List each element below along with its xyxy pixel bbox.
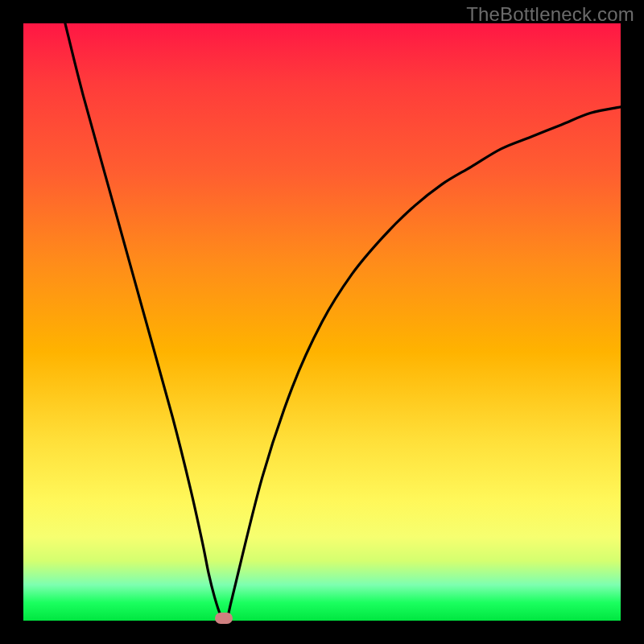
optimal-marker xyxy=(215,613,233,624)
curve-layer xyxy=(23,23,621,621)
plot-area xyxy=(23,23,621,621)
chart-frame: TheBottleneck.com xyxy=(0,0,644,644)
bottleneck-curve xyxy=(65,23,621,621)
watermark-text: TheBottleneck.com xyxy=(466,3,634,26)
